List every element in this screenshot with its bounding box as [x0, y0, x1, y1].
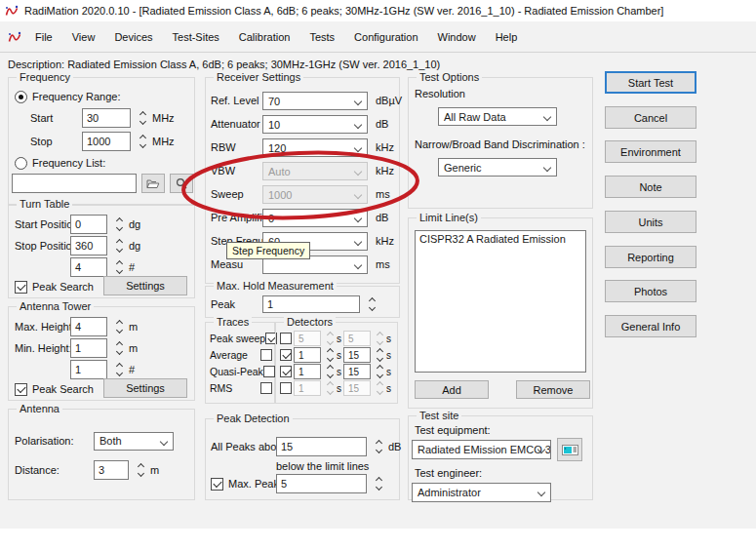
attenuator-select[interactable]: 10 — [262, 115, 368, 134]
turn-table-steps-input[interactable]: 4 — [70, 257, 107, 277]
menu-devices[interactable]: Devices — [104, 27, 162, 47]
trace-quasi-peak-checkbox[interactable] — [263, 366, 275, 377]
down-arrow-icon[interactable] — [137, 470, 143, 477]
min-height-input[interactable]: 1 — [70, 338, 107, 358]
down-arrow-icon[interactable] — [139, 118, 145, 125]
down-arrow-icon[interactable] — [115, 327, 122, 334]
start-position-stepper[interactable] — [114, 218, 124, 230]
stop-position-input[interactable]: 360 — [70, 236, 107, 255]
frequency-start-stepper[interactable] — [138, 112, 147, 124]
turn-table-steps-stepper[interactable] — [114, 261, 124, 273]
menu-configuration[interactable]: Configuration — [344, 27, 427, 47]
down-arrow-icon[interactable] — [139, 141, 145, 148]
max-height-input[interactable]: 4 — [70, 317, 107, 336]
trace-rms-checkbox[interactable] — [260, 382, 272, 394]
detector-4-checkbox[interactable] — [280, 382, 292, 394]
tower-peak-search-checkbox[interactable] — [15, 383, 27, 396]
trace-average-checkbox[interactable] — [260, 349, 272, 361]
max-peaks-checkbox[interactable] — [211, 478, 223, 491]
tower-steps-input[interactable]: 1 — [70, 360, 107, 379]
ref-level-select[interactable]: 70 — [262, 92, 368, 110]
detector-3-time-stepper[interactable] — [325, 366, 335, 377]
max-peaks-stepper[interactable] — [374, 478, 383, 490]
detector-3-time-input[interactable]: 1 — [294, 364, 321, 379]
menu-tests[interactable]: Tests — [299, 27, 344, 47]
pre-amplifier-select[interactable]: 0 — [262, 209, 368, 227]
frequency-list-input[interactable] — [12, 174, 137, 193]
frequency-range-radio[interactable] — [15, 91, 27, 103]
distance-stepper[interactable] — [136, 464, 145, 476]
max-hold-peak-stepper[interactable] — [367, 298, 377, 310]
min-height-stepper[interactable] — [114, 342, 124, 354]
down-arrow-icon[interactable] — [326, 372, 333, 378]
max-height-stepper[interactable] — [114, 321, 124, 333]
test-equipment-select[interactable]: Radiated EMission EMCO 3142 — [412, 440, 551, 459]
limit-line-item[interactable]: CISPR32 A Radiated Emission — [416, 231, 585, 247]
down-arrow-icon[interactable] — [115, 267, 122, 274]
photos-button[interactable]: Photos — [605, 280, 696, 302]
tower-steps-stepper[interactable] — [114, 364, 124, 375]
limit-lines-listbox[interactable]: CISPR32 A Radiated Emission — [415, 230, 586, 373]
detector-3-checkbox[interactable] — [280, 366, 292, 377]
down-arrow-icon[interactable] — [115, 224, 122, 231]
detector-1-checkbox[interactable] — [280, 333, 292, 344]
add-limit-line-button[interactable]: Add — [415, 380, 489, 399]
rbw-select[interactable]: 120 — [262, 138, 368, 157]
down-arrow-icon[interactable] — [115, 348, 122, 355]
detector-3-hold-input[interactable]: 15 — [343, 364, 371, 379]
note-button[interactable]: Note — [605, 176, 696, 198]
detector-2-time-stepper[interactable] — [325, 349, 335, 361]
tower-settings-button[interactable]: Settings — [103, 378, 187, 398]
down-arrow-icon[interactable] — [368, 304, 375, 311]
down-arrow-icon[interactable] — [375, 484, 381, 491]
all-peaks-above-input[interactable]: 15 — [276, 437, 367, 456]
test-equipment-device-button[interactable] — [557, 438, 582, 461]
turn-table-peak-search-checkbox[interactable] — [15, 281, 27, 294]
units-button[interactable]: Units — [605, 211, 696, 233]
resolution-select[interactable]: All Raw Data — [438, 107, 557, 126]
menu-test-sites[interactable]: Test-Sites — [163, 27, 229, 47]
test-engineer-select[interactable]: Administrator — [412, 483, 551, 502]
browse-button[interactable] — [141, 174, 165, 193]
frequency-stop-input[interactable]: 1000 — [82, 132, 131, 151]
down-arrow-icon[interactable] — [115, 370, 122, 376]
search-frequency-list-button[interactable] — [170, 174, 193, 193]
down-arrow-icon[interactable] — [376, 372, 382, 378]
down-arrow-icon[interactable] — [115, 246, 122, 253]
down-arrow-icon[interactable] — [375, 447, 381, 453]
max-peaks-input[interactable]: 5 — [276, 474, 367, 493]
menu-help[interactable]: Help — [486, 27, 528, 47]
reporting-button[interactable]: Reporting — [605, 246, 696, 268]
frequency-list-radio[interactable] — [15, 157, 27, 170]
detector-2-hold-stepper[interactable] — [375, 349, 384, 361]
general-info-button[interactable]: General Info — [605, 315, 696, 337]
all-peaks-above-stepper[interactable] — [374, 441, 383, 452]
detector-2-checkbox[interactable] — [280, 349, 292, 361]
menu-file[interactable]: File — [25, 27, 62, 47]
distance-input[interactable]: 3 — [94, 460, 129, 480]
stop-position-stepper[interactable] — [114, 240, 124, 252]
menu-view[interactable]: View — [62, 27, 105, 47]
start-test-button[interactable]: Start Test — [605, 71, 696, 94]
cancel-button[interactable]: Cancel — [605, 106, 696, 129]
down-arrow-icon[interactable] — [376, 355, 382, 362]
rbw-row: RBW 120 kHz — [206, 138, 399, 157]
polarisation-select[interactable]: Both — [94, 432, 174, 451]
turn-table-settings-button[interactable]: Settings — [103, 276, 187, 295]
radimation-menu-icon[interactable] — [8, 31, 21, 43]
down-arrow-icon[interactable] — [326, 355, 333, 362]
detector-2-hold-input[interactable]: 15 — [343, 347, 371, 363]
frequency-stop-stepper[interactable] — [138, 136, 147, 147]
environment-button[interactable]: Environment — [605, 140, 696, 163]
chevron-down-icon — [543, 164, 551, 172]
detector-2-time-input[interactable]: 1 — [294, 347, 321, 363]
menu-window[interactable]: Window — [428, 27, 486, 47]
remove-limit-line-button[interactable]: Remove — [516, 380, 590, 399]
max-hold-peak-input[interactable]: 1 — [262, 295, 360, 313]
menu-calibration[interactable]: Calibration — [229, 27, 300, 47]
resolution-label: Resolution — [415, 88, 465, 99]
detector-3-hold-stepper[interactable] — [375, 366, 384, 377]
frequency-start-input[interactable]: 30 — [82, 108, 131, 128]
nbb-discrimination-select[interactable]: Generic — [438, 158, 557, 177]
start-position-input[interactable]: 0 — [70, 215, 107, 234]
